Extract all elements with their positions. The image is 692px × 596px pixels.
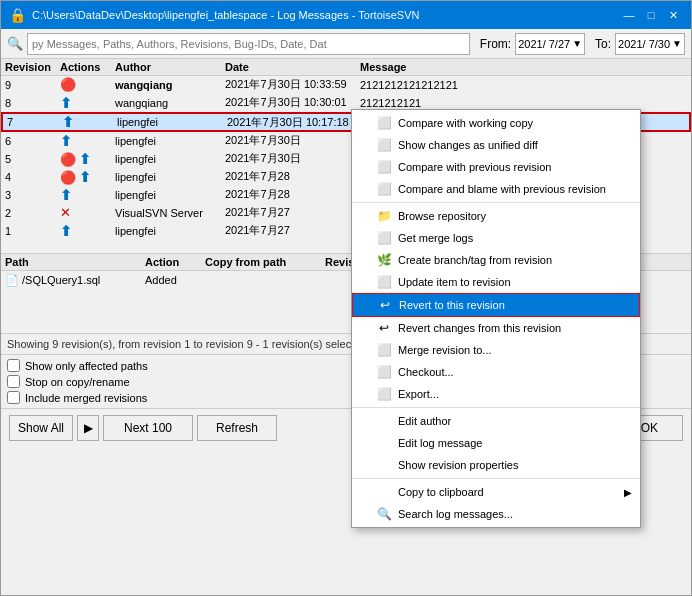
cell-author: lipengfei — [111, 171, 221, 183]
menu-item-label: Edit author — [398, 415, 632, 427]
to-date-dropdown-icon[interactable]: ▼ — [672, 38, 682, 49]
cell-date: 2021年7月27 — [221, 205, 356, 220]
from-date-picker[interactable]: 2021/ 7/27 ▼ — [515, 33, 585, 55]
menu-item-label: Export... — [398, 388, 632, 400]
search-log-icon: 🔍 — [376, 506, 392, 522]
compare-prev-icon: ⬜ — [376, 159, 392, 175]
cell-revision: 3 — [1, 189, 56, 201]
menu-item-compare-prev[interactable]: ⬜ Compare with previous revision — [352, 156, 640, 178]
menu-item-unified-diff[interactable]: ⬜ Show changes as unified diff — [352, 134, 640, 156]
minimize-button[interactable]: — — [619, 6, 639, 24]
merge-revision-icon: ⬜ — [376, 342, 392, 358]
merged-checkbox[interactable] — [7, 391, 20, 404]
compare-working-icon: ⬜ — [376, 115, 392, 131]
app-icon: 🔒 — [9, 7, 26, 23]
cell-author: lipengfei — [111, 153, 221, 165]
header-copyfrom: Copy from path — [201, 256, 321, 268]
menu-item-checkout[interactable]: ⬜ Checkout... — [352, 361, 640, 383]
compare-blame-icon: ⬜ — [376, 181, 392, 197]
modify-icon: 🔴 — [60, 152, 76, 167]
menu-item-compare-working[interactable]: ⬜ Compare with working copy — [352, 112, 640, 134]
menu-item-export[interactable]: ⬜ Export... — [352, 383, 640, 405]
show-all-arrow-button[interactable]: ▶ — [77, 415, 99, 441]
cell-author: lipengfei — [111, 135, 221, 147]
path-value: /SQLQuery1.sql — [22, 274, 100, 286]
menu-item-edit-author[interactable]: Edit author — [352, 410, 640, 432]
menu-item-compare-blame[interactable]: ⬜ Compare and blame with previous revisi… — [352, 178, 640, 200]
header-date: Date — [221, 61, 356, 73]
to-date-value: 2021/ 7/30 — [618, 38, 670, 50]
menu-item-label: Show changes as unified diff — [398, 139, 632, 151]
show-props-icon — [376, 457, 392, 473]
cell-revision: 7 — [3, 116, 58, 128]
menu-item-label: Checkout... — [398, 366, 632, 378]
menu-item-copy-clipboard[interactable]: Copy to clipboard ▶ — [352, 481, 640, 503]
title-bar-controls: — □ ✕ — [619, 6, 683, 24]
window-title: C:\Users\DataDev\Desktop\lipengfei_table… — [32, 9, 419, 21]
menu-item-label: Show revision properties — [398, 459, 632, 471]
menu-item-browse-repo[interactable]: 📁 Browse repository — [352, 205, 640, 227]
submenu-arrow: ▶ — [624, 487, 632, 498]
menu-item-label: Edit log message — [398, 437, 632, 449]
cell-date: 2021年7月27 — [221, 223, 356, 238]
cell-message: 2121212121212121 — [356, 79, 691, 91]
table-row[interactable]: 9 🔴 wangqiang 2021年7月30日 10:33:59 212121… — [1, 76, 691, 94]
menu-item-label: Create branch/tag from revision — [398, 254, 632, 266]
cell-date: 2021年7月28 — [221, 169, 356, 184]
menu-item-merge-revision[interactable]: ⬜ Merge revision to... — [352, 339, 640, 361]
maximize-button[interactable]: □ — [641, 6, 661, 24]
menu-item-get-merge[interactable]: ⬜ Get merge logs — [352, 227, 640, 249]
from-label: From: — [480, 37, 511, 51]
context-menu: ⬜ Compare with working copy ⬜ Show chang… — [351, 109, 641, 528]
affected-paths-checkbox[interactable] — [7, 359, 20, 372]
cell-date: 2021年7月30日 — [221, 133, 356, 148]
menu-item-revert-from[interactable]: ↩ Revert changes from this revision — [352, 317, 640, 339]
refresh-button[interactable]: Refresh — [197, 415, 277, 441]
search-input[interactable] — [27, 33, 470, 55]
title-bar: 🔒 C:\Users\DataDev\Desktop\lipengfei_tab… — [1, 1, 691, 29]
menu-item-search-log[interactable]: 🔍 Search log messages... — [352, 503, 640, 525]
add-icon: ⬆ — [79, 169, 91, 185]
cell-author: lipengfei — [113, 116, 223, 128]
cell-action: Added — [141, 274, 201, 286]
cell-revision: 8 — [1, 97, 56, 109]
add-icon: ⬆ — [79, 151, 91, 167]
cell-date: 2021年7月28 — [221, 187, 356, 202]
next-100-button[interactable]: Next 100 — [103, 415, 193, 441]
export-icon: ⬜ — [376, 386, 392, 402]
menu-item-create-branch[interactable]: 🌿 Create branch/tag from revision — [352, 249, 640, 271]
menu-item-label: Browse repository — [398, 210, 632, 222]
cell-author: lipengfei — [111, 189, 221, 201]
header-actions: Actions — [56, 61, 111, 73]
stop-copy-checkbox[interactable] — [7, 375, 20, 388]
cell-author: VisualSVN Server — [111, 207, 221, 219]
header-path: Path — [1, 256, 141, 268]
create-branch-icon: 🌿 — [376, 252, 392, 268]
update-item-icon: ⬜ — [376, 274, 392, 290]
menu-item-revert-to[interactable]: ↩ Revert to this revision — [352, 293, 640, 317]
cell-date: 2021年7月30日 — [221, 151, 356, 166]
menu-item-label: Search log messages... — [398, 508, 632, 520]
revert-from-icon: ↩ — [376, 320, 392, 336]
modify-icon: 🔴 — [60, 77, 76, 92]
menu-item-show-props[interactable]: Show revision properties — [352, 454, 640, 476]
delete-icon: ✕ — [60, 205, 71, 220]
menu-item-label: Compare with previous revision — [398, 161, 632, 173]
cell-actions: ⬆ — [56, 223, 111, 239]
add-icon: ⬆ — [60, 187, 72, 203]
menu-item-label: Compare and blame with previous revision — [398, 183, 632, 195]
add-icon: ⬆ — [60, 95, 72, 111]
cell-date: 2021年7月30日 10:17:18 — [223, 115, 358, 130]
cell-author: wangqiang — [111, 79, 221, 91]
menu-item-edit-log[interactable]: Edit log message — [352, 432, 640, 454]
to-date-picker[interactable]: 2021/ 7/30 ▼ — [615, 33, 685, 55]
main-content: Revision Actions Author Date Message 9 🔴… — [1, 59, 691, 595]
header-action: Action — [141, 256, 201, 268]
cell-author: wangqiang — [111, 97, 221, 109]
copy-clipboard-icon — [376, 484, 392, 500]
menu-item-update-item[interactable]: ⬜ Update item to revision — [352, 271, 640, 293]
close-button[interactable]: ✕ — [663, 6, 683, 24]
from-date-dropdown-icon[interactable]: ▼ — [572, 38, 582, 49]
toolbar: 🔍 From: 2021/ 7/27 ▼ To: 2021/ 7/30 ▼ — [1, 29, 691, 59]
show-all-button[interactable]: Show All — [9, 415, 73, 441]
